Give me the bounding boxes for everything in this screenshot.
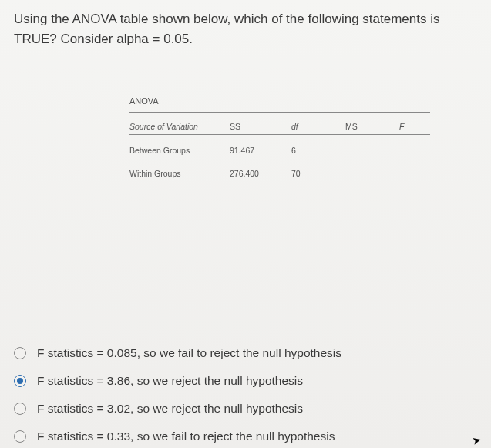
cell-df: 6 [291, 146, 345, 155]
question-line-1: Using the ANOVA table shown below, which… [14, 12, 439, 26]
cell-f [399, 146, 422, 155]
header-f: F [399, 122, 422, 131]
cell-ss: 276.400 [230, 169, 291, 178]
anova-title: ANOVA [129, 96, 477, 109]
table-row: Within Groups 276.400 70 [129, 169, 477, 178]
cursor-icon: ➤ [471, 433, 483, 448]
option-1[interactable]: F statistics = 0.085, so we fail to reje… [14, 346, 477, 360]
radio-icon [14, 375, 26, 387]
header-source: Source of Variation [129, 122, 230, 131]
radio-icon [14, 347, 26, 359]
cell-source: Within Groups [129, 169, 230, 178]
option-label: F statistics = 0.33, so we fail to rejec… [37, 429, 335, 443]
header-ss: SS [230, 122, 291, 131]
option-4[interactable]: F statistics = 0.33, so we fail to rejec… [14, 429, 477, 443]
cell-ms [345, 146, 399, 155]
question-text: Using the ANOVA table shown below, which… [14, 9, 477, 50]
radio-icon [14, 403, 26, 415]
header-ms: MS [345, 122, 399, 131]
cell-ms [345, 169, 399, 178]
anova-header-row: Source of Variation SS df MS F [129, 122, 477, 131]
cell-ss: 91.467 [230, 146, 291, 155]
table-row: Between Groups 91.467 6 [129, 146, 477, 155]
anova-header-rule [129, 134, 430, 135]
anova-table: ANOVA Source of Variation SS df MS F Bet… [129, 96, 477, 178]
option-2[interactable]: F statistics = 3.86, so we reject the nu… [14, 374, 477, 388]
options-group: F statistics = 0.085, so we fail to reje… [14, 346, 477, 443]
header-df: df [291, 122, 345, 131]
cell-df: 70 [291, 169, 345, 178]
cell-f [399, 169, 422, 178]
anova-title-rule [129, 112, 430, 113]
cell-source: Between Groups [129, 146, 230, 155]
option-label: F statistics = 3.02, so we reject the nu… [37, 402, 303, 416]
option-label: F statistics = 0.085, so we fail to reje… [37, 346, 341, 360]
option-3[interactable]: F statistics = 3.02, so we reject the nu… [14, 402, 477, 416]
option-label: F statistics = 3.86, so we reject the nu… [37, 374, 303, 388]
question-line-2: TRUE? Consider alpha = 0.05. [14, 32, 193, 46]
radio-icon [14, 430, 26, 443]
